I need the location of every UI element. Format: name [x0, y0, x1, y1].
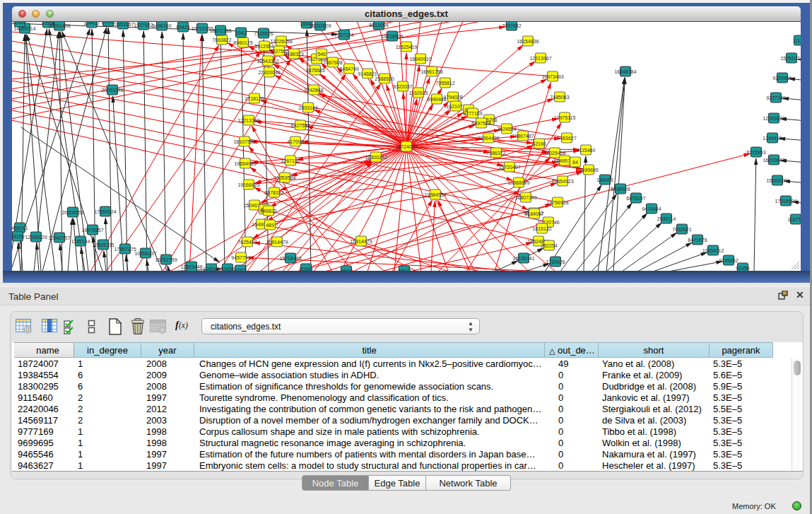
svg-text:9341: 9341 — [235, 30, 247, 35]
svg-text:12942757: 12942757 — [48, 235, 70, 240]
svg-text:15716485: 15716485 — [279, 256, 301, 261]
svg-text:9242848: 9242848 — [304, 88, 323, 93]
svg-text:104417: 104417 — [83, 22, 100, 25]
svg-text:17016504: 17016504 — [775, 199, 796, 204]
svg-text:16033809: 16033809 — [309, 23, 331, 28]
svg-text:9146821: 9146821 — [358, 71, 377, 76]
svg-text:19218506: 19218506 — [381, 34, 403, 39]
svg-text:1615132: 1615132 — [532, 226, 551, 231]
svg-text:18300293: 18300293 — [365, 155, 387, 160]
svg-text:7485063: 7485063 — [550, 95, 569, 100]
svg-text:15914479: 15914479 — [350, 239, 372, 244]
svg-text:2588520: 2588520 — [375, 76, 394, 81]
svg-text:20091406: 20091406 — [48, 23, 70, 28]
svg-text:10543362: 10543362 — [257, 59, 278, 64]
svg-text:13226058: 13226058 — [270, 39, 292, 44]
svg-text:9457791: 9457791 — [231, 255, 250, 260]
svg-text:16640910: 16640910 — [409, 57, 431, 62]
svg-text:6879197: 6879197 — [626, 196, 645, 201]
svg-text:10025458: 10025458 — [543, 151, 565, 156]
svg-text:39159: 39159 — [12, 234, 25, 239]
svg-text:12505135: 12505135 — [92, 243, 114, 247]
svg-text:16210643: 16210643 — [763, 158, 784, 163]
svg-text:16782759: 16782759 — [155, 257, 177, 262]
svg-text:19654923: 19654923 — [551, 179, 573, 184]
svg-text:9245652: 9245652 — [719, 258, 738, 263]
svg-text:19166825: 19166825 — [237, 182, 259, 187]
svg-text:19384554: 19384554 — [424, 192, 446, 197]
svg-text:1052: 1052 — [235, 268, 246, 271]
svg-text:84: 84 — [572, 160, 578, 165]
svg-text:8186323: 8186323 — [284, 52, 303, 57]
svg-text:19654985: 19654985 — [234, 161, 256, 166]
svg-text:2263: 2263 — [14, 22, 25, 25]
svg-text:6611: 6611 — [341, 269, 351, 271]
svg-text:10807487: 10807487 — [512, 134, 534, 139]
svg-text:1162615: 1162615 — [409, 90, 428, 95]
svg-text:12156829: 12156829 — [25, 235, 47, 240]
svg-text:8322037: 8322037 — [393, 84, 412, 89]
svg-text:6497568: 6497568 — [471, 121, 490, 126]
svg-text:8678332: 8678332 — [264, 190, 283, 195]
svg-text:9777169: 9777169 — [463, 111, 482, 116]
svg-text:1145134: 1145134 — [71, 239, 90, 244]
svg-text:10688609: 10688609 — [507, 180, 529, 185]
svg-text:2803144: 2803144 — [298, 105, 317, 110]
svg-text:2935114: 2935114 — [657, 216, 676, 221]
svg-text:465061: 465061 — [12, 226, 28, 230]
svg-text:7386372: 7386372 — [486, 151, 505, 156]
svg-text:42160: 42160 — [532, 141, 546, 146]
svg-text:16154836: 16154836 — [517, 39, 539, 44]
svg-text:18807249: 18807249 — [514, 195, 536, 200]
svg-text:92450: 92450 — [736, 266, 750, 271]
svg-text:417006: 417006 — [287, 139, 303, 144]
svg-text:17957275: 17957275 — [114, 247, 136, 252]
svg-text:9474444: 9474444 — [642, 206, 661, 211]
svg-text:8960125: 8960125 — [233, 40, 252, 45]
svg-text:10612: 10612 — [397, 269, 411, 271]
svg-text:12213967: 12213967 — [529, 56, 551, 61]
svg-text:8454749: 8454749 — [339, 66, 358, 71]
svg-text:12093872: 12093872 — [763, 116, 784, 121]
svg-text:85423: 85423 — [176, 25, 190, 30]
svg-text:16961758: 16961758 — [420, 69, 442, 74]
svg-text:17359924: 17359924 — [94, 209, 116, 214]
svg-text:7515526: 7515526 — [254, 31, 273, 36]
svg-text:16914479: 16914479 — [266, 240, 288, 245]
svg-text:8912954: 8912954 — [254, 44, 273, 49]
svg-text:16136141: 16136141 — [512, 256, 534, 261]
svg-text:8471676: 8471676 — [688, 238, 707, 243]
svg-text:20364436: 20364436 — [477, 136, 499, 141]
svg-text:3267130: 3267130 — [281, 158, 300, 163]
svg-text:549822: 549822 — [260, 209, 276, 214]
svg-text:20053346: 20053346 — [101, 88, 123, 93]
svg-text:19975857: 19975857 — [81, 228, 103, 233]
svg-text:18724007: 18724007 — [395, 144, 417, 149]
svg-text:9115460: 9115460 — [577, 148, 596, 153]
svg-text:6466160: 6466160 — [152, 23, 171, 28]
svg-text:8215953: 8215953 — [746, 150, 765, 155]
svg-text:2718126: 2718126 — [245, 96, 264, 101]
svg-text:9329966: 9329966 — [772, 76, 792, 81]
svg-text:15720407: 15720407 — [498, 165, 520, 170]
svg-text:22420046: 22420046 — [258, 70, 280, 75]
svg-text:10973493: 10973493 — [541, 74, 563, 79]
svg-text:20206556: 20206556 — [61, 210, 83, 215]
svg-text:489: 489 — [266, 223, 274, 228]
svg-text:16671355: 16671355 — [209, 28, 231, 33]
svg-text:1733426: 1733426 — [546, 259, 565, 264]
svg-text:1527602: 1527602 — [134, 23, 153, 28]
svg-text:9699695: 9699695 — [579, 168, 598, 173]
svg-text:9794028: 9794028 — [443, 95, 462, 100]
svg-text:5938928: 5938928 — [611, 187, 630, 192]
svg-text:7625402: 7625402 — [237, 240, 257, 245]
svg-text:12823448: 12823448 — [180, 264, 202, 269]
svg-text:8813054: 8813054 — [369, 23, 388, 28]
svg-text:90943: 90943 — [299, 267, 313, 271]
svg-text:104592: 104592 — [203, 267, 219, 271]
svg-text:3624554: 3624554 — [497, 127, 516, 132]
svg-text:9227349: 9227349 — [766, 95, 785, 100]
svg-text:10654112: 10654112 — [702, 248, 724, 253]
svg-text:164095: 164095 — [596, 177, 613, 182]
svg-text:16107552: 16107552 — [233, 139, 255, 144]
